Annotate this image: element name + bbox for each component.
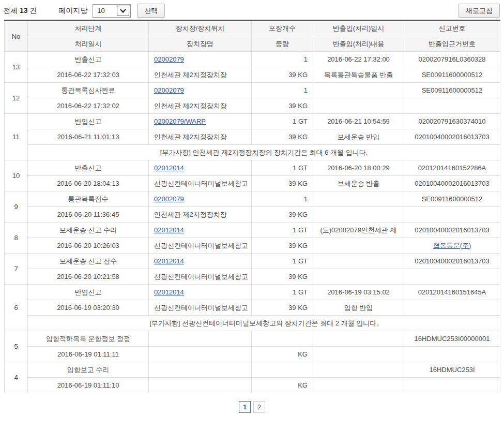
cell-warehouse-location: 02012014 — [149, 160, 252, 176]
cell-out-in-datetime: 2016-06-20 18:00:29 — [313, 160, 404, 176]
header-weight: 중량 — [252, 36, 313, 52]
cell-reference-number — [404, 300, 500, 316]
cell-process-step: 입항적하목록 운항정보 정정 — [28, 331, 149, 347]
cell-weight: 39 KG — [252, 129, 313, 145]
cell-no: 8 — [5, 223, 28, 254]
record-note-row: [부가사항] 선광신컨테이너터미널보세창고의 장치기간은 최대 2 개월 입니다… — [5, 316, 500, 331]
cell-out-in-content — [313, 378, 404, 393]
cell-report-number: 02010040002016013703 — [404, 223, 500, 238]
per-page-select[interactable]: 10 — [93, 4, 131, 18]
cell-process-step: 반출신고 — [28, 52, 149, 67]
cell-report-number: 020020791630374010 — [404, 114, 500, 129]
note-cell: [부가사항] 인천세관 제2지정장치장의 장치기간은 최대 6 개월 입니다. — [28, 145, 500, 160]
cell-weight: KG — [252, 347, 313, 362]
chevron-down-icon — [117, 6, 129, 16]
cell-weight: 39 KG — [252, 238, 313, 254]
header-process-datetime: 처리일시 — [28, 36, 149, 52]
table-header: No 처리단계 장치장/장치위치 포장개수 반출입(처리)일시 신고번호 처리일… — [5, 21, 500, 52]
cell-warehouse-location-link[interactable]: 02002079/WARP — [154, 117, 206, 125]
note-cell: [부가사항] 선광신컨테이너터미널보세창고의 장치기간은 최대 2 개월 입니다… — [28, 316, 500, 331]
cell-out-in-content — [313, 269, 404, 285]
cell-warehouse-location-link[interactable]: 02002079 — [154, 195, 184, 203]
cell-weight: KG — [252, 378, 313, 393]
cell-process-step: 입항보고 수리 — [28, 362, 149, 378]
page-button-2[interactable]: 2 — [253, 401, 265, 413]
cell-warehouse-location-link[interactable]: 02012014 — [154, 164, 184, 172]
cell-warehouse-name: 선광신컨테이너터미널보세창고 — [149, 269, 252, 285]
cell-warehouse-location-link[interactable]: 02012014 — [154, 226, 184, 234]
record-row-line2: 2016-06-20 18:04:13선광신컨테이너터미널보세창고39 KG보세… — [5, 176, 500, 191]
cell-weight: 39 KG — [252, 176, 313, 191]
cell-process-datetime: 2016-06-20 10:21:58 — [28, 269, 149, 285]
cell-warehouse-name: 인천세관 제2지정장치장 — [149, 98, 252, 114]
refresh-button[interactable]: 새로고침 — [459, 4, 500, 18]
select-button[interactable]: 선택 — [137, 4, 165, 18]
cell-no: 9 — [5, 191, 28, 223]
header-report-number: 신고번호 — [404, 21, 500, 36]
page-button-1[interactable]: 1 — [239, 401, 251, 413]
record-row-line1: 4입항보고 수리 16HDMUC253I — [5, 362, 500, 378]
cell-reference-number: 협동통운(주) — [404, 238, 500, 254]
cell-reference-number-link[interactable]: 협동통운(주) — [433, 242, 471, 249]
cell-process-datetime: 2016-06-19 01:11:11 — [28, 347, 149, 362]
cell-weight: 39 KG — [252, 300, 313, 316]
cell-warehouse-location-link[interactable]: 02012014 — [154, 257, 184, 265]
header-process-step: 처리단계 — [28, 21, 149, 36]
cell-warehouse-name — [149, 378, 252, 393]
cell-process-step: 반입신고 — [28, 285, 149, 300]
cell-warehouse-location-link[interactable]: 02002079 — [154, 55, 184, 63]
cell-process-step: 반출신고 — [28, 160, 149, 176]
cell-no: 10 — [5, 160, 28, 191]
record-row-line1: 8보세운송 신고 수리020120141 GT(도)02002079인천세관 제… — [5, 223, 500, 238]
cell-warehouse-location-link[interactable]: 02002079 — [154, 86, 184, 94]
cell-warehouse-location — [149, 362, 252, 378]
cell-warehouse-location: 02012014 — [149, 285, 252, 300]
record-row-line2: 2016-06-20 10:21:58선광신컨테이너터미널보세창고39 KG — [5, 269, 500, 285]
cell-out-in-content: 목록통관특송물품 반출 — [313, 67, 404, 83]
cell-reference-number — [404, 378, 500, 393]
cell-package-count — [252, 362, 313, 378]
cell-out-in-datetime: 2016-06-22 17:32:00 — [313, 52, 404, 67]
cell-report-number: SE00911600000512 — [404, 191, 500, 207]
cell-out-in-datetime: 2016-06-21 10:54:59 — [313, 114, 404, 129]
cell-package-count: 1 — [252, 52, 313, 67]
per-page-label: 페이지당 — [58, 6, 87, 16]
cell-out-in-content: 입항 반입 — [313, 300, 404, 316]
cell-process-step: 통관목록접수 — [28, 191, 149, 207]
cell-out-in-content: 보세운송 반출 — [313, 176, 404, 191]
cell-package-count: 1 GT — [252, 223, 313, 238]
cell-process-datetime: 2016-06-19 01:11:10 — [28, 378, 149, 393]
cell-warehouse-location: 02002079/WARP — [149, 114, 252, 129]
record-row-line2: 2016-06-19 01:11:10 KG — [5, 378, 500, 393]
cell-package-count — [252, 331, 313, 347]
cell-warehouse-location: 02002079 — [149, 52, 252, 67]
record-row-line1: 9통관목록접수020020791 SE00911600000512 — [5, 191, 500, 207]
cell-package-count: 1 — [252, 191, 313, 207]
cell-process-datetime: 2016-06-21 11:01:13 — [28, 129, 149, 145]
cell-warehouse-name: 인천세관 제2지정장치장 — [149, 129, 252, 145]
cell-warehouse-location — [149, 331, 252, 347]
cell-process-step: 보세운송 신고 접수 — [28, 254, 149, 269]
cell-out-in-content — [313, 207, 404, 223]
cell-weight: 39 KG — [252, 67, 313, 83]
cell-report-number: 16HDMUC253I — [404, 362, 500, 378]
cell-warehouse-name — [149, 347, 252, 362]
cell-reference-number: 02010040002016013703 — [404, 176, 500, 191]
cell-warehouse-location: 02002079 — [149, 191, 252, 207]
pagination: 12 — [0, 401, 504, 413]
record-row-line1: 12통관목록심사완료020020791 SE00911600000512 — [5, 83, 500, 98]
cell-warehouse-name: 인천세관 제2지정장치장 — [149, 67, 252, 83]
cell-report-number: 0200207916L0360328 — [404, 52, 500, 67]
record-row-line1: 13반출신고0200207912016-06-22 17:32:00020020… — [5, 52, 500, 67]
cell-weight: 39 KG — [252, 207, 313, 223]
cell-weight: 39 KG — [252, 269, 313, 285]
header-no: No — [5, 21, 28, 52]
cell-no: 4 — [5, 362, 28, 393]
cell-reference-number: SE00911600000512 — [404, 67, 500, 83]
cell-package-count: 1 GT — [252, 285, 313, 300]
cell-package-count: 1 GT — [252, 160, 313, 176]
record-row-line2: 2016-06-22 17:32:03인천세관 제2지정장치장39 KG목록통관… — [5, 67, 500, 83]
total-count-value: 13 — [20, 6, 28, 14]
cell-process-step: 보세운송 신고 수리 — [28, 223, 149, 238]
cell-warehouse-location-link[interactable]: 02012014 — [154, 288, 184, 296]
